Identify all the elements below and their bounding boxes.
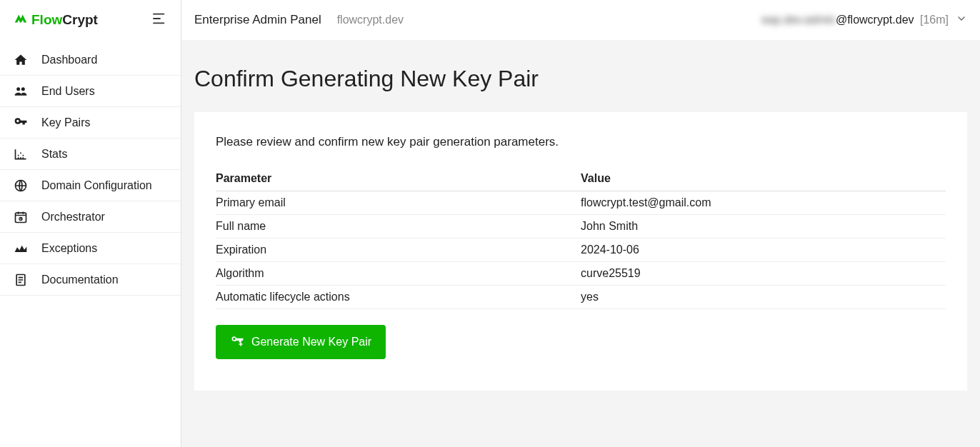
content: Confirm Generating New Key Pair Please r… (181, 40, 980, 447)
exceptions-icon (13, 241, 29, 256)
logo-mark-icon (13, 11, 29, 29)
table-row: Expiration2024-10-06 (216, 238, 946, 262)
chevron-down-icon (956, 13, 967, 27)
page-title: Confirm Generating New Key Pair (194, 66, 967, 92)
value-cell: 2024-10-06 (581, 238, 946, 262)
sidebar: FlowCrypt DashboardEnd UsersKey PairsSta… (0, 0, 181, 447)
param-cell: Primary email (216, 191, 581, 215)
sidebar-item-dashboard[interactable]: Dashboard (0, 44, 181, 76)
main: Enterprise Admin Panel flowcrypt.dev eap… (181, 0, 980, 447)
sidebar-item-stats[interactable]: Stats (0, 139, 181, 170)
logo-crypt: Crypt (62, 12, 98, 27)
sidebar-item-domain-configuration[interactable]: Domain Configuration (0, 170, 181, 201)
home-icon (13, 52, 29, 68)
globe-icon (13, 178, 29, 194)
generate-new-key-pair-button[interactable]: Generate New Key Pair (216, 325, 386, 359)
card-intro: Please review and confirm new key pair g… (216, 135, 946, 149)
sidebar-item-exceptions[interactable]: Exceptions (0, 233, 181, 264)
menu-toggle-icon[interactable] (152, 12, 168, 28)
value-cell: yes (581, 286, 946, 309)
nav: DashboardEnd UsersKey PairsStatsDomain C… (0, 44, 181, 296)
col-value: Value (581, 166, 946, 191)
param-cell: Full name (216, 215, 581, 238)
key-icon (13, 115, 29, 131)
value-cell: curve25519 (581, 262, 946, 286)
sidebar-item-end-users[interactable]: End Users (0, 76, 181, 107)
table-row: Full nameJohn Smith (216, 215, 946, 238)
user-label: eap.dev.admin@flowcrypt.dev [16m] (761, 14, 949, 26)
logo-flow: Flow (31, 12, 62, 27)
table-header-row: Parameter Value (216, 166, 946, 191)
confirm-card: Please review and confirm new key pair g… (194, 112, 967, 391)
sidebar-item-label: Stats (41, 148, 67, 161)
user-session-time: [16m] (920, 14, 949, 26)
user-obscured: eap.dev.admin (761, 14, 836, 26)
user-menu[interactable]: eap.dev.admin@flowcrypt.dev [16m] (761, 13, 967, 27)
table-row: Automatic lifecycle actionsyes (216, 286, 946, 309)
topbar-left: Enterprise Admin Panel flowcrypt.dev (194, 13, 404, 27)
button-label: Generate New Key Pair (251, 336, 371, 348)
sidebar-header: FlowCrypt (0, 0, 181, 40)
param-cell: Algorithm (216, 262, 581, 286)
topbar: Enterprise Admin Panel flowcrypt.dev eap… (181, 0, 980, 40)
sidebar-item-orchestrator[interactable]: Orchestrator (0, 201, 181, 233)
table-row: Algorithmcurve25519 (216, 262, 946, 286)
value-cell: flowcrypt.test@gmail.com (581, 191, 946, 215)
sidebar-item-documentation[interactable]: Documentation (0, 264, 181, 296)
key-add-icon (230, 333, 244, 351)
user-domain: @flowcrypt.dev (836, 14, 914, 26)
stats-icon (13, 146, 29, 162)
users-icon (13, 84, 29, 99)
topbar-domain: flowcrypt.dev (337, 14, 404, 26)
parameters-table: Parameter Value Primary emailflowcrypt.t… (216, 166, 946, 309)
topbar-title: Enterprise Admin Panel (194, 13, 321, 27)
param-cell: Automatic lifecycle actions (216, 286, 581, 309)
sidebar-item-label: End Users (41, 85, 95, 98)
sidebar-item-label: Documentation (41, 273, 119, 286)
table-row: Primary emailflowcrypt.test@gmail.com (216, 191, 946, 215)
sidebar-item-label: Dashboard (41, 54, 97, 66)
document-icon (13, 272, 29, 288)
sidebar-item-label: Key Pairs (41, 116, 90, 129)
sidebar-item-key-pairs[interactable]: Key Pairs (0, 107, 181, 139)
sidebar-item-label: Exceptions (41, 242, 97, 255)
sidebar-item-label: Orchestrator (41, 211, 105, 224)
param-cell: Expiration (216, 238, 581, 262)
logo[interactable]: FlowCrypt (13, 11, 98, 29)
col-parameter: Parameter (216, 166, 581, 191)
calendar-icon (13, 209, 29, 225)
logo-text: FlowCrypt (31, 12, 98, 28)
value-cell: John Smith (581, 215, 946, 238)
sidebar-item-label: Domain Configuration (41, 179, 152, 192)
